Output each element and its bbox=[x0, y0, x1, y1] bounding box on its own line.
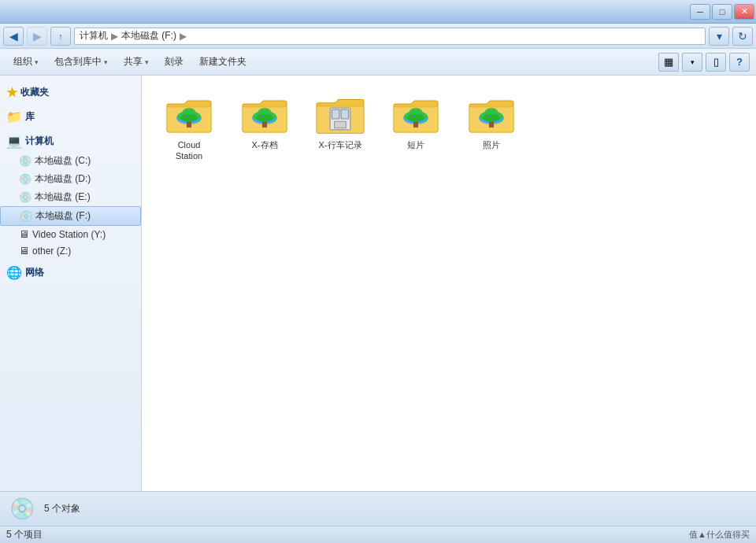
drive-d-icon: 💿 bbox=[19, 173, 32, 185]
bottom-count: 5 个项目 bbox=[6, 528, 43, 541]
status-bar: 💿 5 个对象 bbox=[0, 491, 756, 526]
favorites-label: 收藏夹 bbox=[20, 86, 49, 99]
drive-status-icon: 💿 bbox=[9, 497, 35, 521]
library-section: 📁 库 bbox=[0, 106, 141, 127]
organize-button[interactable]: 组织 ▾ bbox=[6, 52, 46, 72]
refresh-button[interactable]: ↻ bbox=[732, 27, 753, 46]
x-archive-label: X-存档 bbox=[252, 139, 278, 150]
x-drive-icon bbox=[315, 94, 365, 136]
help-button[interactable]: ? bbox=[729, 53, 750, 72]
file-item-x-archive[interactable]: X-存档 bbox=[230, 88, 299, 168]
watermark-area: 值▲什么值得买 bbox=[689, 529, 750, 541]
favorites-header[interactable]: ★ 收藏夹 bbox=[0, 82, 141, 103]
drive-e-label: 本地磁盘 (E:) bbox=[35, 190, 91, 204]
network-section: 🌐 网络 bbox=[0, 262, 141, 283]
computer-header[interactable]: 💻 计算机 bbox=[0, 131, 141, 152]
sidebar-item-d[interactable]: 💿 本地磁盘 (D:) bbox=[0, 170, 141, 188]
main-content: ★ 收藏夹 📁 库 💻 计算机 💿 本地磁盘 (C:) 💿 本地磁盘 ( bbox=[0, 76, 756, 491]
drive-f-label: 本地磁盘 (F:) bbox=[35, 209, 91, 223]
share-arrow: ▾ bbox=[145, 58, 149, 66]
share-label: 共享 bbox=[124, 55, 143, 68]
sidebar: ★ 收藏夹 📁 库 💻 计算机 💿 本地磁盘 (C:) 💿 本地磁盘 ( bbox=[0, 76, 142, 491]
drive-c-icon: 💿 bbox=[19, 155, 32, 167]
close-button[interactable]: ✕ bbox=[734, 4, 754, 20]
x-drive-label: X-行车记录 bbox=[319, 139, 362, 150]
new-folder-button[interactable]: 新建文件夹 bbox=[192, 52, 254, 72]
cloud-station-label: CloudStation bbox=[176, 139, 202, 162]
address-dropdown[interactable]: ▾ bbox=[709, 27, 729, 46]
window-controls: ─ □ ✕ bbox=[690, 4, 754, 20]
file-item-cloud-station[interactable]: CloudStation bbox=[154, 88, 224, 168]
sidebar-item-c[interactable]: 💿 本地磁盘 (C:) bbox=[0, 152, 141, 170]
minimize-button[interactable]: ─ bbox=[690, 4, 710, 20]
svg-rect-35 bbox=[489, 121, 494, 127]
cloud-station-icon bbox=[164, 94, 214, 136]
file-item-shorts[interactable]: 短片 bbox=[381, 88, 450, 168]
computer-icon: 💻 bbox=[6, 134, 22, 149]
svg-rect-20 bbox=[341, 110, 349, 120]
drive-z-label: other (Z:) bbox=[32, 246, 71, 257]
svg-rect-21 bbox=[335, 122, 346, 129]
drive-e-icon: 💿 bbox=[19, 191, 32, 203]
view-dropdown[interactable]: ▾ bbox=[682, 53, 702, 72]
network-header[interactable]: 🌐 网络 bbox=[0, 262, 141, 283]
sidebar-item-z[interactable]: 🖥 other (Z:) bbox=[0, 242, 141, 259]
computer-label: 计算机 bbox=[25, 135, 54, 148]
svg-point-17 bbox=[256, 114, 273, 122]
drive-y-label: Video Station (Y:) bbox=[32, 229, 106, 240]
library-icon: 📁 bbox=[6, 109, 22, 124]
x-archive-icon bbox=[239, 94, 290, 136]
burn-button[interactable]: 刻录 bbox=[158, 52, 191, 72]
svg-point-8 bbox=[180, 114, 198, 122]
new-folder-label: 新建文件夹 bbox=[199, 55, 246, 68]
photos-icon bbox=[466, 94, 517, 136]
title-bar: ─ □ ✕ bbox=[0, 0, 756, 24]
drive-f-icon: 💿 bbox=[20, 210, 32, 222]
include-arrow: ▾ bbox=[104, 58, 108, 66]
network-icon: 🌐 bbox=[6, 265, 22, 280]
share-button[interactable]: 共享 ▾ bbox=[117, 52, 156, 72]
breadcrumb-drive: 本地磁盘 (F:) bbox=[121, 29, 176, 42]
sidebar-item-f[interactable]: 💿 本地磁盘 (F:) bbox=[0, 206, 141, 226]
shorts-icon bbox=[391, 94, 441, 136]
forward-button[interactable]: ▶ bbox=[27, 27, 47, 46]
photos-label: 照片 bbox=[483, 139, 500, 150]
svg-rect-26 bbox=[413, 121, 418, 127]
library-header[interactable]: 📁 库 bbox=[0, 106, 141, 127]
sep2: ▶ bbox=[180, 31, 187, 42]
sidebar-item-e[interactable]: 💿 本地磁盘 (E:) bbox=[0, 188, 141, 206]
view-button[interactable]: ▦ bbox=[658, 53, 679, 72]
maximize-button[interactable]: □ bbox=[712, 4, 732, 20]
drive-d-label: 本地磁盘 (D:) bbox=[35, 172, 91, 186]
toolbar-right: ▦ ▾ ▯ ? bbox=[658, 53, 750, 72]
favorites-icon: ★ bbox=[6, 85, 17, 100]
up-button[interactable]: ↑ bbox=[50, 27, 71, 46]
drive-c-label: 本地磁盘 (C:) bbox=[35, 154, 91, 168]
svg-rect-19 bbox=[332, 110, 339, 120]
bottom-bar: 5 个项目 值▲什么值得买 bbox=[0, 526, 756, 543]
computer-section: 💻 计算机 💿 本地磁盘 (C:) 💿 本地磁盘 (D:) 💿 本地磁盘 (E:… bbox=[0, 131, 141, 259]
back-button[interactable]: ◀ bbox=[3, 27, 24, 46]
sep1: ▶ bbox=[111, 31, 118, 42]
sidebar-item-y[interactable]: 🖥 Video Station (Y:) bbox=[0, 226, 141, 242]
include-label: 包含到库中 bbox=[54, 55, 102, 68]
address-bar: ◀ ▶ ↑ 计算机 ▶ 本地磁盘 (F:) ▶ ▾ ↻ bbox=[0, 24, 756, 49]
file-area: CloudStation X-存档 bbox=[142, 76, 756, 491]
svg-point-30 bbox=[407, 114, 424, 122]
organize-label: 组织 bbox=[13, 55, 32, 68]
organize-arrow: ▾ bbox=[35, 58, 39, 66]
file-item-x-drive[interactable]: X-行车记录 bbox=[306, 88, 375, 168]
shorts-label: 短片 bbox=[407, 139, 424, 150]
pane-button[interactable]: ▯ bbox=[706, 53, 726, 72]
network-label: 网络 bbox=[25, 266, 44, 279]
svg-point-39 bbox=[483, 114, 500, 122]
burn-label: 刻录 bbox=[165, 55, 183, 68]
drive-z-icon: 🖥 bbox=[19, 245, 29, 257]
watermark-text: 值▲什么值得买 bbox=[689, 529, 750, 541]
include-in-lib-button[interactable]: 包含到库中 ▾ bbox=[47, 52, 115, 72]
address-path[interactable]: 计算机 ▶ 本地磁盘 (F:) ▶ bbox=[74, 28, 706, 45]
file-item-photos[interactable]: 照片 bbox=[457, 88, 526, 168]
library-label: 库 bbox=[25, 110, 35, 124]
toolbar: 组织 ▾ 包含到库中 ▾ 共享 ▾ 刻录 新建文件夹 ▦ ▾ ▯ ? bbox=[0, 49, 756, 76]
status-count: 5 个对象 bbox=[44, 502, 80, 515]
